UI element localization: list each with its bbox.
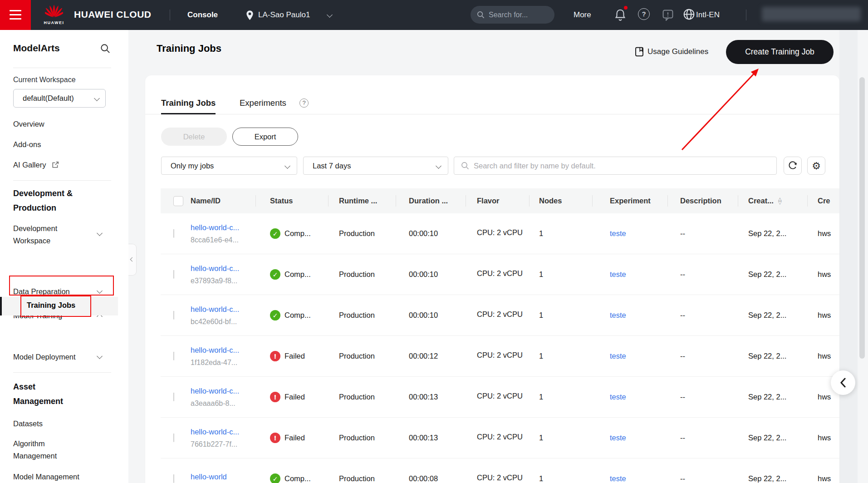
- experiment-link[interactable]: teste: [610, 393, 626, 401]
- status-icon: !: [270, 433, 280, 443]
- col-created-by[interactable]: Cre: [807, 188, 839, 213]
- help-icon[interactable]: ?: [638, 8, 650, 20]
- tab-training-jobs[interactable]: Training Jobs: [161, 98, 216, 114]
- nodes-cell: 1: [529, 270, 592, 279]
- job-name-link[interactable]: hello-world-c...: [191, 428, 255, 436]
- job-id: bc42e60d-bf...: [191, 318, 255, 326]
- topbar-search[interactable]: Search for...: [471, 6, 554, 24]
- row-checkbox[interactable]: [173, 393, 174, 401]
- col-flavor[interactable]: Flavor: [466, 188, 529, 213]
- huawei-logo: HUAWEI: [44, 4, 64, 25]
- tabs-divider: [145, 114, 839, 114]
- col-nodes[interactable]: Nodes: [529, 188, 592, 213]
- col-status[interactable]: Status: [255, 188, 328, 213]
- runtime-cell: Production: [328, 474, 396, 483]
- sidebar-item-training-jobs[interactable]: Training Jobs: [0, 297, 118, 315]
- sidebar-item-ai-gallery[interactable]: AI Gallery: [13, 160, 59, 170]
- col-description[interactable]: Description: [667, 188, 738, 213]
- flavor-cell: CPU: 2 vCPU: [477, 269, 523, 278]
- more-menu[interactable]: More: [574, 10, 591, 20]
- sidebar-item-datasets[interactable]: Datasets: [13, 419, 43, 429]
- sidebar-item-model-deployment[interactable]: Model Deployment: [13, 352, 76, 362]
- usage-guidelines-link[interactable]: Usage Guidelines: [635, 47, 708, 57]
- col-duration[interactable]: Duration ...: [396, 188, 466, 213]
- chevron-left-icon: [130, 257, 135, 262]
- experiments-help-icon[interactable]: ?: [299, 99, 309, 108]
- col-name-id[interactable]: Name/ID: [191, 188, 255, 213]
- experiment-link[interactable]: teste: [610, 229, 626, 237]
- tab-experiments[interactable]: Experiments: [240, 98, 286, 108]
- sidebar-collapse-handle[interactable]: [128, 244, 137, 276]
- row-checkbox[interactable]: [173, 474, 174, 483]
- job-scope-select[interactable]: Only my jobs: [161, 157, 297, 175]
- row-checkbox[interactable]: [173, 311, 174, 320]
- experiment-link[interactable]: teste: [610, 311, 626, 319]
- workspace-label: Current Workspace: [13, 76, 76, 84]
- sidebar-item-development-workspace[interactable]: Development Workspace: [13, 222, 81, 247]
- language-selector[interactable]: Intl-EN: [696, 10, 720, 20]
- huawei-flower-icon: [45, 4, 63, 18]
- created-cell: Sep 22, 2...: [738, 393, 807, 401]
- row-checkbox[interactable]: [173, 352, 174, 360]
- globe-language-icon[interactable]: [683, 8, 695, 20]
- search-icon: [477, 11, 485, 19]
- table-row: hello-world-c... 7661b227-7f... ! Failed…: [161, 418, 839, 458]
- chevron-down-icon[interactable]: [97, 230, 103, 236]
- sidebar-item-data-preparation[interactable]: Data Preparation: [13, 286, 70, 296]
- flavor-cell: CPU: 2 vCPU: [477, 433, 523, 441]
- time-range-select[interactable]: Last 7 days: [303, 157, 448, 175]
- sort-icon[interactable]: △ ▽: [778, 197, 782, 205]
- job-name-link[interactable]: hello-world-c...: [191, 223, 255, 232]
- notifications-bell-icon[interactable]: [614, 8, 627, 22]
- create-training-job-button[interactable]: Create Training Job: [726, 40, 834, 64]
- export-button[interactable]: Export: [232, 128, 298, 146]
- workspace-select[interactable]: default(Default): [13, 89, 106, 108]
- row-checkbox[interactable]: [173, 270, 174, 279]
- feedback-icon[interactable]: [662, 9, 674, 21]
- created-cell: Sep 22, 2...: [738, 474, 807, 483]
- status-text: Failed: [284, 393, 305, 401]
- sidebar-item-addons[interactable]: Add-ons: [13, 139, 41, 149]
- table-search-input[interactable]: Search and filter by name by default.: [454, 157, 777, 175]
- select-all-checkbox[interactable]: [173, 196, 183, 206]
- job-name-link[interactable]: hello-world-c...: [191, 346, 255, 355]
- chevron-down-icon[interactable]: [97, 288, 103, 294]
- status-icon: ✓: [270, 473, 280, 483]
- description-cell: --: [667, 434, 738, 442]
- job-name-link[interactable]: hello-world-c...: [191, 387, 255, 395]
- table-row: hello-world-c... e37893a9-f8... ✓ Comp..…: [161, 254, 839, 295]
- sidebar-item-model-management[interactable]: Model Management: [13, 472, 79, 482]
- row-checkbox[interactable]: [173, 434, 174, 442]
- experiment-link[interactable]: teste: [610, 434, 626, 442]
- created-by-cell: hws: [807, 311, 839, 320]
- header-select-all: [161, 188, 191, 213]
- chevron-down-icon[interactable]: [97, 353, 103, 359]
- job-name-link[interactable]: hello-world: [191, 473, 255, 481]
- sidebar-item-overview[interactable]: Overview: [13, 119, 44, 129]
- delete-button[interactable]: Delete: [161, 128, 227, 146]
- description-cell: --: [667, 352, 738, 360]
- right-panel-expand-button[interactable]: [831, 370, 855, 395]
- page-scrollbar-thumb[interactable]: [859, 77, 865, 359]
- status-icon: ✓: [270, 269, 280, 280]
- table-settings-button[interactable]: ⚙: [807, 157, 825, 175]
- sidebar-item-algorithm-management[interactable]: Algorithm Management: [13, 438, 77, 462]
- divider: [13, 180, 111, 181]
- hamburger-menu-button[interactable]: [0, 0, 31, 30]
- experiment-link[interactable]: teste: [610, 352, 626, 360]
- row-checkbox[interactable]: [173, 229, 174, 238]
- experiment-link[interactable]: teste: [610, 270, 626, 278]
- region-chevron-down-icon[interactable]: [327, 12, 333, 18]
- job-name-link[interactable]: hello-world-c...: [191, 305, 255, 314]
- region-selector[interactable]: LA-Sao Paulo1: [258, 10, 310, 20]
- console-link[interactable]: Console: [187, 10, 218, 20]
- refresh-button[interactable]: [784, 157, 802, 175]
- experiment-link[interactable]: teste: [610, 474, 626, 483]
- job-name-link[interactable]: hello-world-c...: [191, 264, 255, 273]
- col-experiment[interactable]: Experiment: [592, 188, 667, 213]
- duration-cell: 00:00:08: [396, 474, 466, 483]
- job-id: 7661b227-7f...: [191, 440, 255, 448]
- status-icon: ✓: [270, 228, 280, 239]
- col-runtime[interactable]: Runtime ...: [328, 188, 396, 213]
- sidebar-search-icon[interactable]: [100, 44, 110, 54]
